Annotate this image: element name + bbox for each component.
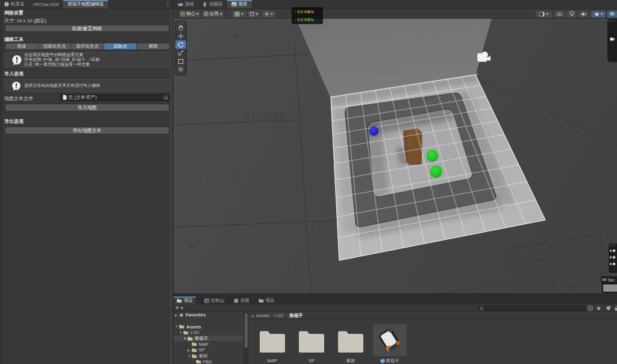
- breadcrumb-collapse-icon[interactable]: ▲: [251, 314, 254, 318]
- rotate-tool[interactable]: [175, 40, 186, 49]
- tree-item-map[interactable]: MAP: [174, 341, 243, 347]
- tree-item-lgc[interactable]: ▼ LGC: [174, 330, 243, 336]
- snap-increment-dropdown[interactable]: [262, 11, 275, 17]
- tree-assets-label: Assets: [186, 324, 201, 330]
- breadcrumb-lgc[interactable]: LGC: [275, 313, 284, 318]
- create-reset-grid-button[interactable]: 创建/重置网格: [5, 25, 169, 32]
- tab-project[interactable]: 项目: [174, 297, 196, 304]
- collapsed-overlay-top[interactable]: [607, 19, 617, 62]
- tab-inspector[interactable]: 检查器: [0, 0, 29, 8]
- export-map-button[interactable]: 导出地图文本: [5, 127, 169, 134]
- tab-scene[interactable]: 场景: [227, 0, 252, 8]
- grid-settings-header: 网格设置: [4, 10, 23, 16]
- inspector-menu-icon[interactable]: ⋮: [165, 1, 171, 7]
- asset-folder-sp[interactable]: [295, 324, 328, 356]
- chevron-down-icon: [196, 13, 199, 15]
- orientation-dropdown[interactable]: 全局: [202, 11, 224, 17]
- info-bubble-icon: [11, 54, 23, 66]
- scene-audio-button[interactable]: [578, 11, 589, 17]
- scale-tool[interactable]: [175, 49, 186, 57]
- info-bubble-icon: [11, 81, 22, 92]
- transform-tool[interactable]: [175, 65, 186, 74]
- move-tool[interactable]: [175, 32, 186, 40]
- project-search-input[interactable]: [478, 306, 587, 311]
- tool-player-spawn-button[interactable]: 玩家出生点: [39, 43, 72, 50]
- tab-project-2-label: 项目: [266, 298, 275, 304]
- tab-console[interactable]: 控制台: [201, 297, 228, 304]
- scene-viewport[interactable]: toon toon VR设计: [174, 19, 617, 293]
- tab-game[interactable]: 游戏: [174, 0, 198, 8]
- tab-vrchat-sdk-label: VRChat SDK: [33, 2, 60, 7]
- folder-icon: [177, 298, 182, 303]
- scene-gizmo-cube[interactable]: [602, 283, 617, 293]
- tree-item-assets[interactable]: ▼ Assets: [174, 324, 243, 330]
- rect-tool[interactable]: [175, 57, 186, 66]
- 2d-toggle-button[interactable]: 2D: [554, 11, 565, 17]
- grid-visibility-dropdown[interactable]: [231, 11, 246, 17]
- panel-edge-strip: [0, 9, 2, 364]
- tool-wall-button[interactable]: 墙体: [5, 43, 39, 50]
- snap-toggle-dropdown[interactable]: [248, 11, 260, 17]
- lock-icon[interactable]: [614, 306, 617, 311]
- chevron-down-icon: [601, 13, 603, 15]
- chevron-down-icon[interactable]: [181, 307, 183, 309]
- tree-scrollbar[interactable]: [243, 312, 248, 364]
- tool-erase-button[interactable]: 擦除: [137, 43, 170, 50]
- tree-item-tuixiangzi[interactable]: ▼ 推箱子: [174, 336, 243, 342]
- overlay-grip: [609, 20, 615, 22]
- expand-arrow-icon[interactable]: ▼: [187, 354, 192, 358]
- import-map-button[interactable]: 导入地图: [5, 104, 169, 111]
- edit-tools-help-text: 点击场景视图中的网格放置元素 符号说明: #=墙, @=玩家, $=箱子, .=…: [24, 52, 100, 67]
- pivot-mode-dropdown[interactable]: 轴心: [180, 11, 200, 17]
- projection-mode-label[interactable]: Iso: [601, 276, 617, 283]
- view-hand-tool[interactable]: [175, 24, 186, 33]
- expand-arrow-icon[interactable]: ▼: [175, 325, 179, 328]
- inspector-scrollbar[interactable]: [170, 9, 174, 364]
- asset-prefab-tuixiangzi[interactable]: [373, 324, 407, 356]
- tool-box-spawn-button[interactable]: 箱子出生点: [71, 43, 104, 50]
- tree-item-sp[interactable]: ▶ SP: [174, 347, 243, 353]
- scene-lighting-button[interactable]: [566, 11, 577, 17]
- tab-animation[interactable]: 动画: [231, 297, 252, 304]
- overlay-row-icon: [610, 249, 616, 253]
- scene-effects-dropdown[interactable]: [591, 11, 606, 17]
- asset-folder-map[interactable]: [255, 324, 289, 356]
- target-sphere-2: [430, 166, 442, 178]
- overlay-row-icon: [610, 256, 616, 259]
- create-asset-button[interactable]: +: [175, 304, 179, 311]
- search-by-type-icon[interactable]: [587, 306, 593, 311]
- tab-project-2[interactable]: 项目: [255, 297, 278, 304]
- breadcrumb-tuixiangzi[interactable]: 推箱子: [289, 313, 303, 319]
- object-picker-icon[interactable]: [163, 95, 168, 100]
- breadcrumb-assets[interactable]: Assets: [256, 313, 270, 318]
- tree-item-favorites[interactable]: ▶ Favorites: [174, 312, 243, 318]
- asset-label-map[interactable]: MAP: [251, 358, 293, 363]
- info-circle-icon: [4, 2, 9, 7]
- overlay-grip: [610, 245, 616, 246]
- tree-item-sucai[interactable]: ▼ 素材: [174, 353, 243, 359]
- pivot-label: 轴心: [186, 11, 195, 17]
- tab-animator[interactable]: 动画器: [198, 0, 227, 8]
- collapsed-overlay-bottom[interactable]: [609, 243, 617, 273]
- tab-map-editor-label: 推箱子地图编辑器: [67, 1, 104, 7]
- asset-label-sucai[interactable]: 素材: [330, 358, 372, 364]
- shading-mode-dropdown[interactable]: [536, 11, 552, 17]
- asset-label-tuixiangzi[interactable]: 推箱子: [369, 358, 411, 364]
- tool-target-button[interactable]: 目标点: [104, 43, 137, 50]
- tab-vrchat-sdk[interactable]: VRChat SDK: [29, 0, 64, 8]
- scene-visibility-button[interactable]: [607, 11, 617, 17]
- collapse-arrow-icon[interactable]: ▶: [175, 313, 179, 317]
- collapse-arrow-icon[interactable]: ▶: [187, 348, 192, 352]
- asset-label-sp[interactable]: SP: [290, 358, 333, 363]
- tree-item-fbx[interactable]: FBX: [174, 359, 243, 364]
- favorites-star-icon[interactable]: [596, 306, 601, 311]
- tab-map-editor[interactable]: 推箱子地图编辑器: [63, 0, 108, 8]
- tab-project-label: 项目: [184, 298, 193, 304]
- map-file-object-field[interactable]: 无 (文本资产): [60, 94, 170, 101]
- expand-arrow-icon[interactable]: ▼: [179, 331, 183, 334]
- expand-arrow-icon[interactable]: ▼: [183, 337, 187, 340]
- label-tag-icon[interactable]: [606, 306, 611, 311]
- scrollbar-thumb[interactable]: [245, 313, 248, 348]
- eye-icon: [609, 11, 615, 16]
- asset-folder-sucai[interactable]: [334, 324, 368, 356]
